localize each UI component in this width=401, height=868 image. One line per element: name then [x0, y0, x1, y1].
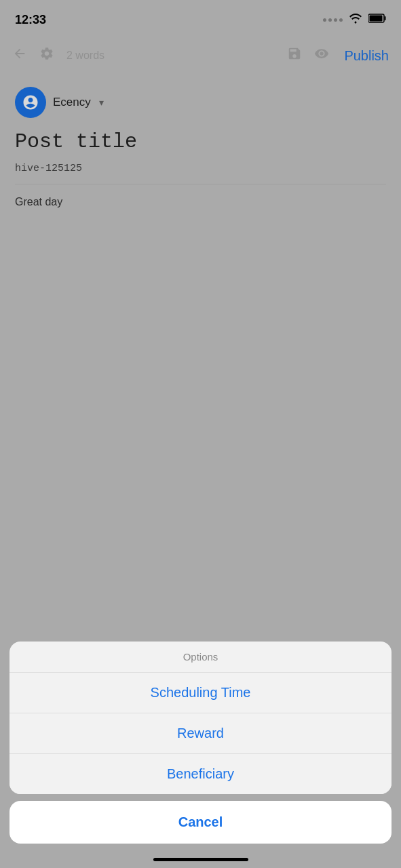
bottom-sheet: Options Scheduling Time Reward Beneficia…: [0, 642, 401, 868]
options-card: Options Scheduling Time Reward Beneficia…: [9, 642, 392, 794]
scheduling-time-button[interactable]: Scheduling Time: [9, 673, 392, 713]
beneficiary-button[interactable]: Beneficiary: [9, 754, 392, 794]
options-header: Options: [9, 642, 392, 673]
cancel-card: Cancel: [9, 801, 392, 844]
reward-button[interactable]: Reward: [9, 713, 392, 754]
home-indicator: [153, 858, 248, 861]
cancel-button[interactable]: Cancel: [9, 801, 392, 844]
